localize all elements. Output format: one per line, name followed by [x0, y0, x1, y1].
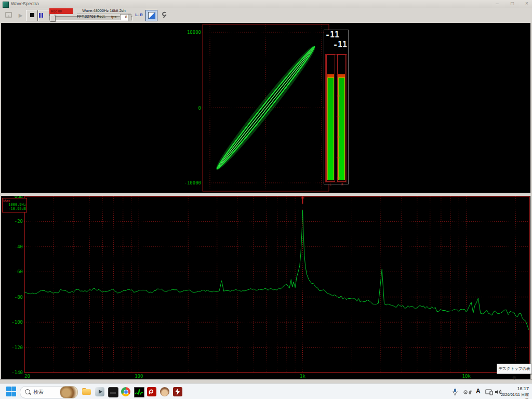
fps-spinner[interactable] — [128, 14, 131, 21]
window-title: WaveSpectra — [11, 1, 39, 6]
svg-text:-140: -140 — [11, 370, 23, 375]
seek-thumb[interactable] — [50, 16, 56, 22]
peak-level: -10.95dB — [3, 207, 26, 211]
search-icon — [25, 389, 30, 394]
fps-field[interactable]: 8 — [120, 14, 128, 20]
taskbar-icon-wavespectra[interactable] — [133, 386, 144, 397]
level-db-left: -11 — [325, 30, 339, 39]
meter-scale-mark: -50 — [336, 156, 340, 159]
meter-bars: 0-10-20-30-40-50-60 L R — [325, 54, 347, 182]
svg-text:10000: 10000 — [187, 30, 201, 35]
svg-text:-60: -60 — [15, 269, 23, 274]
taskbar-icon-media-player[interactable] — [94, 386, 105, 397]
wavespectra-icon — [134, 387, 144, 397]
title-bar: WaveSpectra – □ × — [0, 0, 532, 8]
clock-time: 16:17 — [498, 385, 529, 392]
search-placeholder: 検索 — [33, 389, 44, 396]
taskbar-clock[interactable]: 16:17 2026/01/11 日曜日 — [498, 385, 529, 399]
media-player-icon — [95, 387, 104, 396]
maximize-button[interactable]: □ — [507, 1, 518, 7]
microphone-tray-icon[interactable] — [452, 388, 458, 397]
network-tray-icon[interactable] — [485, 388, 493, 397]
acrobat-icon — [147, 387, 156, 396]
fps-label: fps: — [111, 15, 117, 19]
fft-settings-info: FFT:32768 Rect. — [77, 14, 105, 19]
svg-text:-40: -40 — [15, 244, 23, 249]
meter-scale-mark: -60 — [336, 177, 340, 179]
swap-channels-button[interactable]: L↓R — [133, 10, 145, 21]
lightning-icon — [173, 387, 182, 396]
taskbar-icon-chrome[interactable] — [120, 386, 131, 397]
svg-text:100: 100 — [135, 374, 143, 379]
spectrum-plot: 0dB-20-40-60-80-100-120-140201001k10k — [0, 196, 532, 379]
svg-text:0: 0 — [198, 105, 201, 111]
taskbar-icon-acrobat[interactable] — [146, 386, 157, 397]
meter-channel-left: L — [330, 183, 331, 186]
wave-format-info: Wave:48000Hz 16bit 2ch — [77, 8, 131, 14]
rec-indicator: Rec 00 — [49, 8, 73, 14]
meter-scale-mark: -10 — [336, 74, 340, 77]
peak-readout-label: Max — [3, 199, 26, 203]
svg-text:10k: 10k — [462, 374, 471, 379]
toolbar-inner: Rec 00 Wave:48000Hz 16bit 2ch FFT:32768 … — [0, 8, 532, 23]
xy-display-button[interactable] — [145, 10, 157, 21]
meter-bar-left — [326, 55, 335, 182]
peak-frequency: 1000.9Hz — [3, 203, 26, 207]
meter-fill — [327, 77, 334, 180]
taskbar-icon-terminal[interactable] — [107, 386, 118, 397]
svg-text:-10000: -10000 — [184, 180, 201, 185]
taskbar: 検索 A — [0, 383, 532, 399]
taskbar-icon-monkey-app[interactable] — [159, 386, 170, 397]
peak-readout: Max 1000.9Hz -10.95dB — [2, 198, 27, 212]
wrench-icon — [158, 10, 168, 20]
taskbar-icon-file-explorer[interactable] — [81, 386, 92, 397]
meter-scale-mark: -40 — [336, 136, 340, 138]
app-icon — [3, 2, 9, 8]
settings-button[interactable] — [158, 10, 170, 21]
taskbar-icon-power-app[interactable] — [172, 386, 183, 397]
search-daily-image[interactable] — [60, 386, 78, 398]
xy-display-icon — [148, 12, 155, 19]
svg-text:-20: -20 — [15, 219, 23, 224]
meter-scale-mark: -20 — [336, 95, 340, 97]
toolbar: ▶ ● Rec 00 Wave:48000Hz 16bit 2ch FFT:32… — [0, 8, 532, 23]
hidden-icons-cluster[interactable] — [463, 388, 474, 397]
ime-indicator[interactable]: A — [476, 388, 481, 395]
window-border-left — [0, 23, 1, 379]
svg-text:-100: -100 — [11, 320, 23, 325]
level-meter-panel: -11 -11 0-10-20-30-40-50-60 L R — [324, 30, 349, 184]
meter-scale-mark: 0 — [336, 54, 340, 56]
close-button[interactable]: × — [521, 1, 532, 7]
minimize-button[interactable]: – — [491, 1, 503, 7]
terminal-icon — [108, 387, 118, 397]
level-db-right: -11 — [333, 40, 347, 49]
meter-channel-right: R — [341, 183, 343, 186]
monkey-icon — [160, 387, 169, 396]
chrome-icon — [121, 387, 130, 396]
show-desktop-tooltip: デスクトップの表示 — [497, 364, 532, 374]
svg-text:-80: -80 — [15, 295, 23, 300]
svg-text:20: 20 — [24, 374, 30, 379]
lissajous-plot: 100000-10000 — [0, 23, 532, 192]
clock-date: 2026/01/11 日曜日 — [498, 392, 529, 399]
search-box[interactable]: 検索 — [20, 386, 78, 398]
svg-text:1k: 1k — [300, 374, 305, 379]
start-button[interactable] — [6, 386, 18, 397]
meter-fill — [338, 77, 345, 180]
meter-scale-mark: -30 — [336, 115, 340, 118]
svg-text:-120: -120 — [11, 345, 23, 350]
